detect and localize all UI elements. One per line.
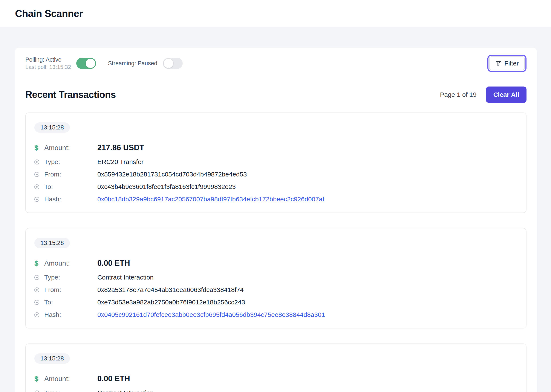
from-row: From: 0x82a53178e7a7e454ab31eea6063fdca3… [34,286,517,294]
streaming-toggle-knob [164,59,173,68]
funnel-icon [495,60,501,67]
dollar-icon: $ [34,144,38,152]
transaction-card: 13:15:28 $ Amount: 217.86 USDT Type: ERC… [25,112,527,213]
type-label: Type: [44,158,97,166]
detail-rows: Type: Contract Interaction [34,389,517,392]
detail-rows: Type: ERC20 Transfer From: 0x559432e18b2… [34,158,517,203]
app-header: Chain Scanner [0,0,551,27]
from-label: From: [44,171,97,178]
amount-label: Amount: [44,375,97,383]
polling-status-label: Polling: Active [25,56,71,63]
transaction-hash-link[interactable]: 0x0405c992161d70fefcee3abb0ee3cfb695fd4a… [97,311,325,318]
to-label: To: [44,299,97,306]
transaction-hash-link[interactable]: 0x0bc18db329a9bc6917ac20567007ba98df97fb… [97,196,324,203]
hash-row: Hash: 0x0405c992161d70fefcee3abb0ee3cfb6… [34,311,517,319]
section-title: Recent Transactions [25,89,116,100]
hash-label: Hash: [44,311,97,318]
type-label: Type: [44,389,97,392]
amount-row: $ Amount: 217.86 USDT [34,143,517,152]
amount-value: 217.86 USDT [97,143,144,152]
dollar-icon: $ [34,375,38,383]
transaction-card: 13:15:28 $ Amount: 0.00 ETH Type: Contra… [25,343,527,392]
detail-value: Contract Interaction [97,389,154,392]
filter-button-focus-ring: Filter [487,55,527,72]
timestamp-badge: 13:15:28 [34,122,70,133]
polling-toggle-knob [86,59,95,68]
scanner-panel: Polling: Active Last poll: 13:15:32 Stre… [15,48,537,392]
amount-row: $ Amount: 0.00 ETH [34,374,517,383]
timestamp-badge: 13:15:28 [34,238,70,248]
detail-value: 0xe73d53e3a982ab2750a0b76f9012e18b256cc2… [97,299,245,306]
streaming-status-label: Streaming: Paused [108,60,157,67]
detail-value: Contract Interaction [97,274,154,281]
last-poll-timestamp: Last poll: 13:15:32 [25,63,71,71]
type-label: Type: [44,274,97,281]
amount-value: 0.00 ETH [97,374,130,383]
amount-label: Amount: [44,144,97,152]
circle-dot-icon [34,160,39,164]
from-label: From: [44,286,97,294]
section-header: Recent Transactions Page 1 of 19 Clear A… [25,86,527,103]
page-title: Chain Scanner [15,8,83,19]
to-row: To: 0xe73d53e3a982ab2750a0b76f9012e18b25… [34,298,517,306]
circle-dot-icon [34,275,39,280]
detail-value: 0x82a53178e7a7e454ab31eea6063fdca338418f… [97,286,244,294]
from-row: From: 0x559432e18b281731c054cd703d4b4987… [34,170,517,178]
circle-dot-icon [34,391,39,392]
clear-all-button[interactable]: Clear All [486,86,527,103]
circle-dot-icon [34,300,39,305]
detail-value: 0x559432e18b281731c054cd703d4b49872be4ed… [97,171,247,178]
amount-label: Amount: [44,259,97,267]
transaction-list: 13:15:28 $ Amount: 217.86 USDT Type: ERC… [25,112,527,392]
type-row: Type: Contract Interaction [34,389,517,392]
filter-button[interactable]: Filter [489,56,525,70]
amount-row: $ Amount: 0.00 ETH [34,259,517,267]
detail-value: ERC20 Transfer [97,158,143,166]
type-row: Type: Contract Interaction [34,273,517,281]
polling-status: Polling: Active Last poll: 13:15:32 [25,56,71,70]
polling-toggle[interactable] [76,58,96,69]
circle-dot-icon [34,197,39,202]
hash-row: Hash: 0x0bc18db329a9bc6917ac20567007ba98… [34,195,517,203]
circle-dot-icon [34,312,39,317]
status-bar: Polling: Active Last poll: 13:15:32 Stre… [25,55,527,72]
amount-value: 0.00 ETH [97,259,130,268]
to-label: To: [44,183,97,190]
detail-value: 0xc43b4b9c3601f8fee1f3fa8163fc1f9999832e… [97,183,236,190]
filter-button-label: Filter [504,60,519,67]
to-row: To: 0xc43b4b9c3601f8fee1f3fa8163fc1f9999… [34,183,517,191]
circle-dot-icon [34,172,39,177]
dollar-icon: $ [34,259,38,267]
timestamp-badge: 13:15:28 [34,353,70,364]
page-indicator: Page 1 of 19 [440,91,476,98]
hash-label: Hash: [44,196,97,203]
transaction-card: 13:15:28 $ Amount: 0.00 ETH Type: Contra… [25,228,527,329]
page-body: Polling: Active Last poll: 13:15:32 Stre… [0,27,551,392]
streaming-toggle[interactable] [163,58,183,69]
circle-dot-icon [34,184,39,189]
detail-rows: Type: Contract Interaction From: 0x82a53… [34,273,517,319]
type-row: Type: ERC20 Transfer [34,158,517,166]
circle-dot-icon [34,287,39,292]
